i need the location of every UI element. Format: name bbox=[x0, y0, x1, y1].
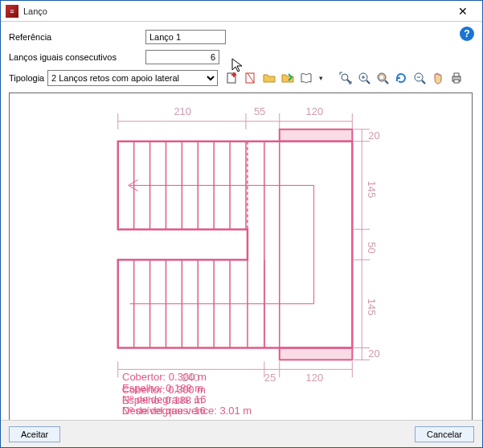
svg-rect-19 bbox=[454, 80, 459, 83]
svg-rect-49 bbox=[280, 347, 353, 360]
reference-input[interactable] bbox=[145, 30, 226, 44]
print-icon[interactable] bbox=[448, 70, 465, 86]
svg-line-4 bbox=[248, 73, 254, 83]
toolbar: ▾ bbox=[224, 70, 465, 86]
app-icon: ≡ bbox=[6, 5, 18, 18]
close-button[interactable]: ✕ bbox=[448, 3, 477, 19]
svg-text:210: 210 bbox=[174, 105, 191, 117]
svg-text:50: 50 bbox=[366, 242, 378, 253]
svg-text:25: 25 bbox=[264, 372, 276, 384]
dropdown-icon[interactable]: ▾ bbox=[317, 70, 325, 86]
svg-rect-13 bbox=[379, 75, 384, 80]
consecutive-input[interactable] bbox=[145, 50, 219, 64]
svg-text:20: 20 bbox=[368, 347, 379, 360]
titlebar: ≡ Lanço ✕ bbox=[1, 1, 482, 22]
save-icon[interactable] bbox=[280, 70, 296, 86]
book-icon[interactable] bbox=[298, 70, 314, 86]
cancel-button[interactable]: Cancelar bbox=[415, 426, 474, 442]
svg-rect-48 bbox=[280, 129, 353, 142]
svg-line-15 bbox=[422, 80, 425, 84]
tipologia-select[interactable]: 2 Lanços retos com apoio lateral bbox=[47, 70, 218, 86]
zoom-select-icon[interactable] bbox=[375, 70, 391, 86]
refresh-icon[interactable] bbox=[393, 70, 409, 86]
zoom-out-icon[interactable] bbox=[411, 70, 428, 86]
zoom-fit-icon[interactable] bbox=[338, 70, 354, 86]
consecutive-label: Lanços iguais consecutivos bbox=[9, 52, 145, 62]
open-icon[interactable] bbox=[261, 70, 277, 86]
svg-text:20: 20 bbox=[368, 129, 379, 142]
reference-label: Referência bbox=[9, 32, 145, 42]
row-reference: Referência bbox=[9, 28, 474, 46]
edit-icon[interactable] bbox=[243, 70, 259, 86]
content-area: ? Referência Lanços iguais consecutivos … bbox=[1, 22, 482, 425]
svg-line-12 bbox=[385, 80, 388, 84]
svg-text:120: 120 bbox=[306, 372, 324, 384]
help-icon[interactable]: ? bbox=[460, 27, 474, 41]
drawing-canvas[interactable]: 210 55 120 20 145 50 145 20 bbox=[9, 92, 473, 422]
info-block: Cobertor: 0.300 m Espelho: 0.188 m Nº de… bbox=[122, 372, 252, 417]
svg-line-8 bbox=[366, 80, 370, 84]
row-tipologia: Tipologia 2 Lanços retos com apoio later… bbox=[9, 68, 474, 88]
svg-text:120: 120 bbox=[306, 105, 324, 117]
svg-line-6 bbox=[347, 80, 350, 83]
button-bar: Aceitar Cancelar bbox=[1, 420, 482, 447]
zoom-in-icon[interactable] bbox=[356, 70, 372, 86]
svg-text:145: 145 bbox=[366, 181, 378, 199]
svg-point-5 bbox=[342, 74, 348, 80]
pan-icon[interactable] bbox=[430, 70, 446, 86]
tipologia-label: Tipologia bbox=[9, 73, 46, 83]
svg-rect-18 bbox=[454, 73, 459, 76]
row-consecutive: Lanços iguais consecutivos bbox=[9, 48, 474, 66]
new-icon[interactable] bbox=[224, 70, 240, 86]
accept-button[interactable]: Aceitar bbox=[9, 426, 60, 442]
window-title: Lanço bbox=[23, 6, 448, 16]
svg-text:55: 55 bbox=[254, 105, 265, 117]
svg-text:145: 145 bbox=[366, 298, 378, 316]
